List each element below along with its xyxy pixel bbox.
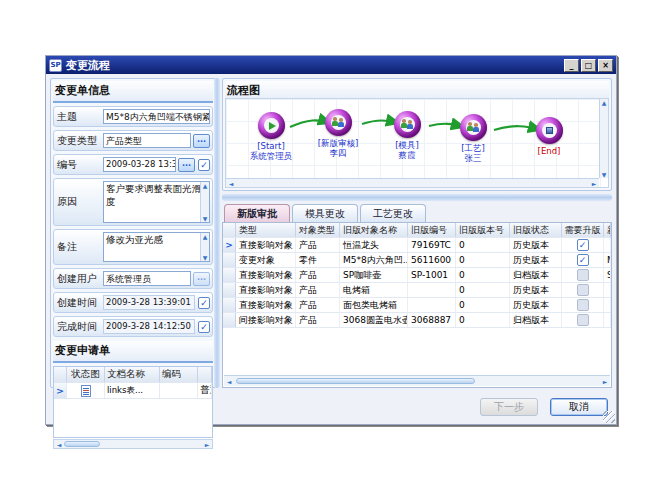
scroll-left-icon[interactable]: ◄: [224, 378, 234, 385]
upgrade-checkbox[interactable]: [577, 299, 589, 311]
flow-node-mold[interactable]: [模具] 蔡霞: [376, 111, 438, 160]
flow-node-start[interactable]: [Start] 系统管理员: [240, 112, 302, 161]
tab-mold-change[interactable]: 模具更改: [292, 204, 358, 222]
remark-textarea[interactable]: 修改为亚光感 ▲▼: [103, 232, 210, 262]
request-grid-row[interactable]: > links表... 普通: [54, 383, 212, 399]
maximize-button[interactable]: □: [581, 59, 596, 72]
row-indicator-header: [223, 223, 236, 237]
scroll-up-icon[interactable]: ▲: [600, 99, 608, 106]
tab-new-version-approval[interactable]: 新版审批: [224, 204, 290, 222]
scroll-right-icon[interactable]: ►: [202, 441, 212, 448]
document-icon: [81, 385, 91, 397]
resize-grip[interactable]: [603, 411, 615, 423]
change-type-browse-button[interactable]: ...: [193, 134, 210, 148]
tab-strip: 新版审批 模具更改 工艺更改: [222, 204, 612, 222]
scroll-thumb[interactable]: [64, 441, 100, 447]
flow-diagram-panel: 流程图 [St: [222, 78, 612, 191]
flow-node-review[interactable]: [新版审核] 李四: [307, 109, 369, 158]
upgrade-checkbox[interactable]: [577, 269, 589, 281]
obj-type-column-header[interactable]: 对象类型: [296, 223, 340, 237]
upgrade-checkbox[interactable]: [577, 314, 589, 326]
flow-node-craft[interactable]: [工艺] 张三: [442, 114, 504, 163]
reason-textarea[interactable]: 客户要求调整表面光滑度 ▲▼: [103, 181, 210, 223]
old-status-cell: 历史版本: [510, 238, 562, 252]
grid-row[interactable]: 间接影响对象 产品 3068圆盖电水壶 3068887 0 归档版本: [223, 313, 611, 328]
finish-time-dropdown-button[interactable]: ✓: [198, 321, 210, 333]
scroll-up-icon[interactable]: ▲: [203, 182, 208, 189]
scroll-down-icon[interactable]: ▼: [600, 171, 608, 178]
extra-cell[interactable]: 普通: [198, 383, 212, 398]
subject-label: 主题: [56, 110, 103, 124]
scroll-left-icon[interactable]: ◄: [226, 180, 236, 187]
scroll-down-icon[interactable]: ▼: [203, 215, 208, 222]
flow-vscrollbar[interactable]: ▲▼: [599, 99, 608, 178]
reason-label: 原因: [56, 195, 103, 209]
remark-scrollbar[interactable]: ▲▼: [200, 233, 209, 261]
old-no-column-header[interactable]: 旧版编号: [408, 223, 456, 237]
horizontal-splitter[interactable]: [222, 194, 612, 201]
upgrade-checkbox[interactable]: [577, 284, 589, 296]
affected-objects-grid: 类型 对象类型 旧版对象名称 旧版编号 旧版版本号 旧版状态 需要升版 新版 >…: [222, 222, 612, 388]
field-create-time: 创建时间 2009-3-28 13:39:01 ✓: [53, 292, 213, 313]
old-status-cell: 归档版本: [510, 268, 562, 282]
doc-name-column-header[interactable]: 文档名称: [105, 367, 160, 382]
old-ver-column-header[interactable]: 旧版版本号: [456, 223, 510, 237]
old-name-column-header[interactable]: 旧版对象名称: [340, 223, 408, 237]
cancel-button[interactable]: 取消: [550, 398, 608, 416]
creator-browse-button[interactable]: ...: [193, 272, 210, 286]
tab-craft-change[interactable]: 工艺更改: [360, 204, 426, 222]
scroll-right-icon[interactable]: ►: [600, 378, 610, 385]
scroll-down-icon[interactable]: ▼: [203, 254, 208, 261]
scroll-left-icon[interactable]: ◄: [54, 441, 64, 448]
task-node-icon: [325, 109, 352, 136]
old-ver-cell: 0: [456, 238, 510, 252]
flow-node-end[interactable]: [End]: [518, 117, 580, 156]
next-button[interactable]: 下一步: [480, 398, 538, 416]
number-browse-button[interactable]: ...: [178, 158, 195, 172]
type-column-header[interactable]: 类型: [236, 223, 296, 237]
status-icon-column-header[interactable]: 状态图: [67, 367, 105, 382]
finish-time-input[interactable]: 2009-3-28 14:12:50: [103, 319, 195, 334]
flow-hscrollbar[interactable]: ◄►: [226, 178, 599, 187]
new-name-cell: [604, 298, 611, 312]
creator-input[interactable]: 系统管理员: [103, 271, 191, 286]
scroll-right-icon[interactable]: ►: [589, 180, 599, 187]
grid-row[interactable]: 直接影响对象 产品 面包类电烤箱 0 历史版本: [223, 298, 611, 313]
subject-input[interactable]: M5*8内六角凹端不锈钢紧固螺钉: [103, 109, 210, 124]
minimize-button[interactable]: _: [564, 59, 579, 72]
row-indicator: [223, 298, 236, 312]
change-info-panel: 变更单信息 主题 M5*8内六角凹端不锈钢紧固螺钉 变更类型 产品类型 ... …: [50, 78, 216, 388]
scroll-up-icon[interactable]: ▲: [203, 233, 208, 240]
number-checkbox[interactable]: ✓: [198, 159, 210, 171]
grid-row[interactable]: 直接影响对象 产品 SP咖啡壶 SP-1001 0 归档版本 SP咖: [223, 268, 611, 283]
scroll-thumb[interactable]: [236, 378, 475, 384]
grid-row[interactable]: 变更对象 零件 M5*8内六角凹... 5611600 0 历史版本 ✓ M5*…: [223, 253, 611, 268]
old-status-cell: 归档版本: [510, 313, 562, 327]
upgrade-column-header[interactable]: 需要升版: [562, 223, 604, 237]
reason-scrollbar[interactable]: ▲▼: [200, 182, 209, 222]
change-type-input[interactable]: 产品类型: [103, 133, 191, 148]
create-time-input[interactable]: 2009-3-28 13:39:01: [103, 295, 195, 310]
grid-row[interactable]: > 直接影响对象 产品 恒温龙头 79169TC 0 历史版本 ✓: [223, 238, 611, 253]
create-time-dropdown-button[interactable]: ✓: [198, 297, 210, 309]
doc-name-cell[interactable]: links表...: [105, 383, 160, 398]
request-grid-hscrollbar[interactable]: ◄ ►: [53, 439, 213, 449]
new-name-cell: [604, 283, 611, 297]
upgrade-checkbox[interactable]: ✓: [577, 239, 589, 251]
type-cell: 直接影响对象: [236, 283, 296, 297]
new-name-column-header[interactable]: 新版: [604, 223, 611, 237]
title-bar[interactable]: SP 变更流程 _ □ ×: [46, 56, 616, 74]
code-column-header[interactable]: 编码: [160, 367, 198, 382]
old-ver-cell: 0: [456, 283, 510, 297]
grid-hscrollbar[interactable]: ◄ ►: [224, 375, 610, 386]
close-button[interactable]: ×: [598, 59, 613, 72]
old-status-column-header[interactable]: 旧版状态: [510, 223, 562, 237]
obj-type-cell: 产品: [296, 313, 340, 327]
request-list-grid: 状态图 文档名称 编码 > links表... 普通: [53, 366, 213, 438]
vertical-splitter[interactable]: [214, 78, 220, 388]
upgrade-checkbox[interactable]: ✓: [577, 254, 589, 266]
code-cell[interactable]: [160, 383, 198, 398]
number-input[interactable]: 2009-03-28 13:39:01: [103, 157, 176, 172]
flow-canvas[interactable]: [Start] 系统管理员 [新版审核] 李四 [模具] 蔡霞: [225, 98, 609, 188]
grid-row[interactable]: 直接影响对象 产品 电烤箱 0 历史版本: [223, 283, 611, 298]
